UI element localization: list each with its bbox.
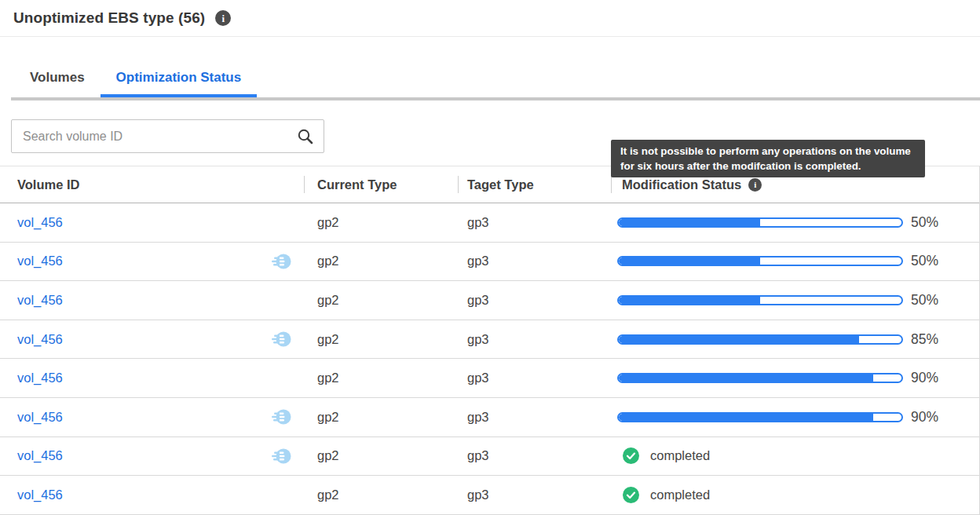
volume-id-link[interactable]: vol_456 xyxy=(17,410,63,425)
current-type-cell: gp2 xyxy=(304,203,458,242)
progress-bar: 50% xyxy=(617,253,938,269)
completed-label: completed xyxy=(650,448,710,463)
title-info-icon[interactable]: i xyxy=(215,10,231,26)
progress-bar: 90% xyxy=(617,370,938,386)
current-type-cell: gp2 xyxy=(304,476,458,514)
target-type-cell: gp3 xyxy=(458,437,611,476)
progress-fill xyxy=(619,258,760,265)
progress-percent: 85% xyxy=(911,331,938,348)
progress-percent: 50% xyxy=(911,292,938,309)
volume-id-link[interactable]: vol_456 xyxy=(17,254,63,268)
progress-percent: 90% xyxy=(911,370,938,386)
progress-bar: 85% xyxy=(617,331,938,348)
progress-fill xyxy=(619,219,760,226)
progress-fill xyxy=(619,374,873,382)
target-type-cell: gp3 xyxy=(458,359,611,397)
fast-transfer-icon xyxy=(271,407,291,426)
volume-id-cell: vol_456 xyxy=(0,437,304,476)
progress-track xyxy=(617,412,903,422)
volume-id-link[interactable]: vol_456 xyxy=(17,293,63,308)
title-bar: Unoptimized EBS type (56) i xyxy=(0,0,980,37)
search-input[interactable] xyxy=(12,120,324,152)
current-type-cell: gp2 xyxy=(304,437,458,476)
table-row: vol_456 gp2 gp3 xyxy=(0,437,979,477)
fast-transfer-icon xyxy=(271,252,291,271)
target-type-cell: gp3 xyxy=(458,476,611,514)
table: Volume ID Current Type Taget Type Modifi… xyxy=(0,166,980,515)
modification-status-cell: 50% xyxy=(611,281,979,320)
page-title: Unoptimized EBS type (56) xyxy=(13,9,205,27)
volume-id-cell: vol_456 xyxy=(0,320,304,359)
header-volume-id: Volume ID xyxy=(0,166,304,203)
current-type-cell: gp2 xyxy=(304,359,458,397)
volume-id-cell: vol_456 xyxy=(0,281,304,320)
search-icon[interactable] xyxy=(297,128,314,145)
current-type-cell: gp2 xyxy=(304,398,458,436)
table-row: vol_456 gp2 gp3 xyxy=(0,476,979,515)
progress-fill xyxy=(619,336,859,343)
target-type-cell: gp3 xyxy=(458,281,611,320)
progress-bar: 50% xyxy=(617,214,938,231)
table-row: vol_456 gp2 gp3 50% xyxy=(0,203,979,243)
check-circle-icon xyxy=(623,487,639,503)
modification-status-cell: completed xyxy=(611,476,979,514)
target-type-cell: gp3 xyxy=(458,398,611,436)
tooltip: It is not possible to perform any operat… xyxy=(611,140,925,177)
table-row: vol_456 gp2 gp3 85% xyxy=(0,320,979,360)
table-row: vol_456 gp2 gp3 90% xyxy=(0,359,979,398)
table-body: vol_456 gp2 gp3 50% xyxy=(0,203,979,515)
modification-status-cell: 90% xyxy=(611,398,979,436)
volume-id-link[interactable]: vol_456 xyxy=(17,371,63,385)
progress-track xyxy=(617,256,903,266)
volume-id-cell: vol_456 xyxy=(0,398,304,436)
progress-track xyxy=(617,295,903,305)
volume-id-cell: vol_456 xyxy=(0,243,304,281)
target-type-cell: gp3 xyxy=(458,320,611,359)
tab-optimization-status[interactable]: Optimization Status xyxy=(101,69,258,86)
current-type-cell: gp2 xyxy=(304,320,458,359)
fast-transfer-icon xyxy=(271,447,291,466)
completed-status: completed xyxy=(623,447,710,464)
search-box xyxy=(11,119,324,153)
fast-transfer-icon xyxy=(271,330,291,349)
volume-id-link[interactable]: vol_456 xyxy=(17,332,63,347)
header-target-type: Taget Type xyxy=(458,166,611,203)
progress-fill xyxy=(619,297,760,304)
target-type-cell: gp3 xyxy=(458,243,611,281)
app-window: Unoptimized EBS type (56) i Volumes Opti… xyxy=(0,0,980,515)
volume-id-cell: vol_456 xyxy=(0,476,304,514)
progress-fill xyxy=(619,414,873,421)
current-type-cell: gp2 xyxy=(304,281,458,320)
modification-status-info-icon[interactable]: i xyxy=(748,178,762,192)
progress-bar: 50% xyxy=(617,292,938,309)
volume-id-link[interactable]: vol_456 xyxy=(17,448,63,463)
volume-id-link[interactable]: vol_456 xyxy=(17,215,63,230)
volume-id-cell: vol_456 xyxy=(0,203,304,242)
progress-track xyxy=(617,217,903,228)
table-row: vol_456 gp2 gp3 90% xyxy=(0,398,979,437)
completed-label: completed xyxy=(650,488,710,502)
completed-status: completed xyxy=(623,487,710,503)
check-circle-icon xyxy=(623,447,639,464)
current-type-cell: gp2 xyxy=(304,243,458,281)
header-current-type: Current Type xyxy=(304,166,458,203)
table-row: vol_456 gp2 gp3 50% xyxy=(0,281,979,320)
progress-bar: 90% xyxy=(617,409,938,426)
target-type-cell: gp3 xyxy=(458,203,611,242)
tabs-divider xyxy=(11,97,980,100)
table-row: vol_456 gp2 gp3 50% xyxy=(0,243,979,282)
progress-track xyxy=(617,373,903,383)
modification-status-cell: 50% xyxy=(611,243,979,281)
volume-id-link[interactable]: vol_456 xyxy=(17,488,63,502)
progress-track xyxy=(617,334,903,345)
progress-percent: 90% xyxy=(911,409,938,426)
modification-status-cell: 85% xyxy=(611,320,979,359)
tab-volumes[interactable]: Volumes xyxy=(14,69,101,86)
progress-percent: 50% xyxy=(911,253,938,269)
modification-status-cell: 50% xyxy=(611,203,979,242)
tab-list: Volumes Optimization Status xyxy=(14,69,257,86)
progress-percent: 50% xyxy=(911,214,938,231)
modification-status-cell: 90% xyxy=(611,359,979,397)
modification-status-cell: completed xyxy=(611,437,979,476)
volume-id-cell: vol_456 xyxy=(0,359,304,397)
